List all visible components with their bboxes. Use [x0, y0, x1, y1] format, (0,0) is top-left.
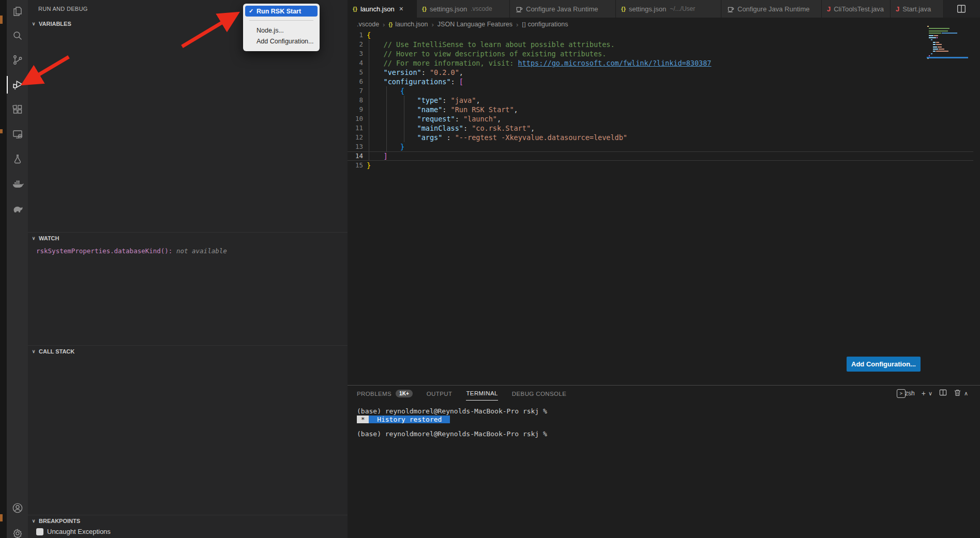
- activity-bar: [7, 0, 28, 538]
- panel-tab-output[interactable]: OUTPUT: [427, 390, 453, 401]
- token: :: [442, 105, 450, 114]
- token: [367, 87, 400, 95]
- activity-item-settings[interactable]: [7, 523, 28, 538]
- line-number: 6: [348, 77, 363, 86]
- breadcrumb-item[interactable]: {}launch.json: [388, 21, 428, 28]
- line-number: 15: [348, 161, 363, 170]
- background-strip-mark: [0, 129, 3, 133]
- activity-item-explorer[interactable]: [7, 1, 28, 24]
- minimap[interactable]: [927, 26, 968, 63]
- panel-tab-terminal[interactable]: TERMINAL: [466, 390, 497, 401]
- activity-item-run-and-debug[interactable]: [7, 74, 28, 97]
- dropdown-item-node-js-[interactable]: Node.js...: [245, 25, 318, 36]
- chevron-down-icon: ∨: [31, 21, 36, 26]
- breakpoint-item[interactable]: Uncaught Exceptions: [36, 528, 111, 535]
- watch-value: not available: [176, 247, 227, 255]
- code-line-6: 6 "configurations": [: [348, 77, 973, 86]
- token: ,: [497, 115, 501, 123]
- maximize-panel-chevron-icon[interactable]: ∧: [964, 390, 968, 397]
- token: "java": [451, 96, 476, 104]
- section-label: WATCH: [39, 235, 59, 241]
- panel-tab-problems[interactable]: PROBLEMS1K+: [357, 390, 413, 401]
- activity-item-search[interactable]: [7, 25, 28, 48]
- token: "configurations": [384, 78, 451, 86]
- minimap-token: [933, 49, 938, 50]
- tab-label: Configure Java Runtime: [737, 5, 809, 13]
- add-configuration-button[interactable]: Add Configuration...: [847, 357, 921, 372]
- new-terminal-icon[interactable]: +: [922, 389, 926, 397]
- activity-item-remote-explorer[interactable]: [7, 124, 28, 147]
- java-runtime-cup-icon: [727, 5, 734, 13]
- token: "args": [417, 133, 443, 142]
- tab-settings-json[interactable]: {}settings.json.vscode: [417, 0, 510, 18]
- dropdown-separator: [249, 20, 313, 21]
- code-text: "mainClass": "co.rsk.Start",: [363, 124, 535, 133]
- minimap-token: [933, 44, 936, 45]
- minimap-line: [927, 26, 929, 27]
- token: "type": [417, 96, 443, 104]
- activity-item-gradle[interactable]: [7, 198, 28, 221]
- tab-launch-json[interactable]: {}launch.json×: [348, 0, 417, 18]
- tab-label: CliToolsTest.java: [834, 5, 884, 13]
- tab-configure-java-runtime[interactable]: Configure Java Runtime: [510, 0, 616, 18]
- terminal-text: History restored: [369, 416, 450, 423]
- minimap-line: [929, 30, 948, 32]
- tab-detail: ~/.../User: [670, 5, 695, 12]
- token: "Run RSK Start": [451, 105, 514, 114]
- breadcrumb-item[interactable]: .vscode: [357, 21, 379, 28]
- token: :: [442, 96, 450, 104]
- tab-label: Configure Java Runtime: [526, 5, 598, 13]
- panel-tab-debug-console[interactable]: DEBUG CONSOLE: [512, 390, 567, 401]
- dropdown-item-add-configuration-[interactable]: Add Configuration...: [245, 36, 318, 47]
- gradle-icon: [11, 202, 24, 218]
- breakpoint-label: Uncaught Exceptions: [47, 528, 111, 535]
- code-text: "configurations": [: [363, 77, 463, 86]
- close-icon[interactable]: ×: [399, 5, 403, 13]
- section-header-watch[interactable]: ∨ WATCH: [28, 232, 348, 243]
- breadcrumb-item[interactable]: JSON Language Features: [438, 21, 512, 28]
- watch-expression-row[interactable]: rskSystemProperties.databaseKind(): not …: [36, 247, 227, 255]
- tab-start-java[interactable]: JStart.java: [891, 0, 944, 18]
- terminal-controls: > zsh + ∨ ∧: [897, 389, 968, 398]
- dropdown-item-run-rsk-start[interactable]: ✓Run RSK Start: [245, 6, 318, 17]
- activity-item-docker[interactable]: [7, 174, 28, 196]
- tab-clitoolstest-java[interactable]: JCliToolsTest.java: [822, 0, 891, 18]
- section-header-breakpoints[interactable]: ∨ BREAKPOINTS: [28, 515, 348, 526]
- terminal-output[interactable]: (base) reynoldmorel@Reynolds-MacBook-Pro…: [357, 407, 547, 438]
- token: [367, 115, 417, 123]
- activity-item-source-control[interactable]: [7, 50, 28, 72]
- trash-icon[interactable]: [954, 389, 961, 398]
- minimap-line: [929, 55, 930, 56]
- terminal-line: (base) reynoldmorel@Reynolds-MacBook-Pro…: [357, 430, 547, 438]
- shell-selector[interactable]: > zsh: [897, 389, 915, 398]
- token: ]: [384, 152, 388, 160]
- token: }: [400, 143, 404, 151]
- token: :: [463, 124, 472, 132]
- code-line-9: 9 "name": "Run RSK Start",: [348, 105, 973, 114]
- checkbox-unchecked[interactable]: [36, 528, 43, 535]
- tab-label: settings.json: [430, 5, 467, 13]
- background-strip: [0, 0, 7, 538]
- breadcrumb-item[interactable]: [ ]configurations: [522, 21, 568, 28]
- dropdown-item-label: Add Configuration...: [257, 38, 314, 45]
- settings-icon: [11, 527, 24, 538]
- tab-settings-json[interactable]: {}settings.json~/.../User: [616, 0, 721, 18]
- section-header-call-stack[interactable]: ∨ CALL STACK: [28, 345, 348, 357]
- code-line-12: 12 "args" : "--regtest -Xkeyvalue.dataso…: [348, 133, 973, 142]
- activity-item-accounts[interactable]: [7, 498, 28, 520]
- minimap-line: [933, 47, 942, 48]
- minimap-line: [933, 51, 948, 52]
- activity-item-extensions[interactable]: [7, 99, 28, 122]
- json-icon: {}: [353, 6, 357, 12]
- json-icon: {}: [621, 6, 626, 12]
- token[interactable]: https://go.microsoft.com/fwlink/?linkid=…: [518, 59, 712, 67]
- activity-item-testing[interactable]: [7, 149, 28, 172]
- minimap-token: [942, 33, 957, 34]
- terminal-line: (base) reynoldmorel@Reynolds-MacBook-Pro…: [357, 407, 547, 416]
- split-editor-icon[interactable]: [957, 4, 966, 16]
- tab-configure-java-runtime[interactable]: Configure Java Runtime: [721, 0, 822, 18]
- split-terminal-icon[interactable]: [939, 389, 947, 398]
- terminal-dropdown-chevron-icon[interactable]: ∨: [928, 390, 932, 397]
- breadcrumb-label: launch.json: [395, 21, 428, 28]
- token: {: [367, 31, 371, 39]
